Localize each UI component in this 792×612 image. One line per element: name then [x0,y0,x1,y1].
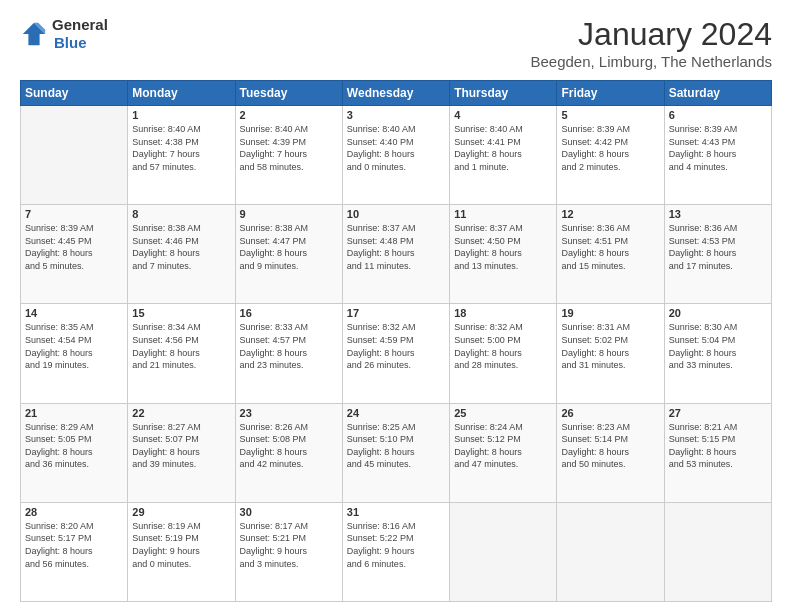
header-friday: Friday [557,81,664,106]
day-number: 10 [347,208,445,220]
day-info: Sunrise: 8:40 AM Sunset: 4:40 PM Dayligh… [347,123,445,173]
svg-marker-0 [23,23,45,45]
day-info: Sunrise: 8:24 AM Sunset: 5:12 PM Dayligh… [454,421,552,471]
calendar-week-1: 1Sunrise: 8:40 AM Sunset: 4:38 PM Daylig… [21,106,772,205]
calendar-cell: 15Sunrise: 8:34 AM Sunset: 4:56 PM Dayli… [128,304,235,403]
calendar-cell [664,502,771,601]
day-info: Sunrise: 8:32 AM Sunset: 5:00 PM Dayligh… [454,321,552,371]
calendar-cell: 23Sunrise: 8:26 AM Sunset: 5:08 PM Dayli… [235,403,342,502]
day-info: Sunrise: 8:34 AM Sunset: 4:56 PM Dayligh… [132,321,230,371]
weekday-header-row: Sunday Monday Tuesday Wednesday Thursday… [21,81,772,106]
calendar-cell: 14Sunrise: 8:35 AM Sunset: 4:54 PM Dayli… [21,304,128,403]
calendar-cell: 4Sunrise: 8:40 AM Sunset: 4:41 PM Daylig… [450,106,557,205]
day-info: Sunrise: 8:30 AM Sunset: 5:04 PM Dayligh… [669,321,767,371]
day-number: 27 [669,407,767,419]
logo: General Blue [20,16,108,52]
calendar-cell: 12Sunrise: 8:36 AM Sunset: 4:51 PM Dayli… [557,205,664,304]
calendar-cell: 17Sunrise: 8:32 AM Sunset: 4:59 PM Dayli… [342,304,449,403]
month-title: January 2024 [530,16,772,53]
day-info: Sunrise: 8:23 AM Sunset: 5:14 PM Dayligh… [561,421,659,471]
day-info: Sunrise: 8:35 AM Sunset: 4:54 PM Dayligh… [25,321,123,371]
day-info: Sunrise: 8:33 AM Sunset: 4:57 PM Dayligh… [240,321,338,371]
day-number: 9 [240,208,338,220]
calendar-cell: 2Sunrise: 8:40 AM Sunset: 4:39 PM Daylig… [235,106,342,205]
calendar-cell: 25Sunrise: 8:24 AM Sunset: 5:12 PM Dayli… [450,403,557,502]
day-number: 16 [240,307,338,319]
calendar-cell: 8Sunrise: 8:38 AM Sunset: 4:46 PM Daylig… [128,205,235,304]
day-info: Sunrise: 8:39 AM Sunset: 4:43 PM Dayligh… [669,123,767,173]
day-info: Sunrise: 8:16 AM Sunset: 5:22 PM Dayligh… [347,520,445,570]
calendar-table: Sunday Monday Tuesday Wednesday Thursday… [20,80,772,602]
calendar-cell: 9Sunrise: 8:38 AM Sunset: 4:47 PM Daylig… [235,205,342,304]
day-number: 28 [25,506,123,518]
day-number: 19 [561,307,659,319]
day-number: 29 [132,506,230,518]
day-number: 8 [132,208,230,220]
day-number: 20 [669,307,767,319]
header: General Blue January 2024 Beegden, Limbu… [20,16,772,70]
logo-general: General [52,16,108,33]
calendar-cell: 26Sunrise: 8:23 AM Sunset: 5:14 PM Dayli… [557,403,664,502]
day-info: Sunrise: 8:40 AM Sunset: 4:41 PM Dayligh… [454,123,552,173]
day-number: 23 [240,407,338,419]
day-number: 3 [347,109,445,121]
day-info: Sunrise: 8:38 AM Sunset: 4:47 PM Dayligh… [240,222,338,272]
calendar-week-4: 21Sunrise: 8:29 AM Sunset: 5:05 PM Dayli… [21,403,772,502]
day-info: Sunrise: 8:40 AM Sunset: 4:38 PM Dayligh… [132,123,230,173]
calendar-cell: 1Sunrise: 8:40 AM Sunset: 4:38 PM Daylig… [128,106,235,205]
calendar-cell: 7Sunrise: 8:39 AM Sunset: 4:45 PM Daylig… [21,205,128,304]
calendar-cell: 5Sunrise: 8:39 AM Sunset: 4:42 PM Daylig… [557,106,664,205]
day-number: 30 [240,506,338,518]
calendar-cell: 27Sunrise: 8:21 AM Sunset: 5:15 PM Dayli… [664,403,771,502]
day-number: 5 [561,109,659,121]
day-info: Sunrise: 8:39 AM Sunset: 4:42 PM Dayligh… [561,123,659,173]
day-info: Sunrise: 8:29 AM Sunset: 5:05 PM Dayligh… [25,421,123,471]
calendar-cell: 30Sunrise: 8:17 AM Sunset: 5:21 PM Dayli… [235,502,342,601]
calendar-cell: 13Sunrise: 8:36 AM Sunset: 4:53 PM Dayli… [664,205,771,304]
header-sunday: Sunday [21,81,128,106]
calendar-cell: 31Sunrise: 8:16 AM Sunset: 5:22 PM Dayli… [342,502,449,601]
day-info: Sunrise: 8:37 AM Sunset: 4:50 PM Dayligh… [454,222,552,272]
day-number: 7 [25,208,123,220]
day-info: Sunrise: 8:25 AM Sunset: 5:10 PM Dayligh… [347,421,445,471]
logo-text: General Blue [52,16,108,52]
calendar-cell: 10Sunrise: 8:37 AM Sunset: 4:48 PM Dayli… [342,205,449,304]
calendar-cell: 29Sunrise: 8:19 AM Sunset: 5:19 PM Dayli… [128,502,235,601]
calendar-cell [450,502,557,601]
day-info: Sunrise: 8:37 AM Sunset: 4:48 PM Dayligh… [347,222,445,272]
day-number: 22 [132,407,230,419]
calendar-cell: 28Sunrise: 8:20 AM Sunset: 5:17 PM Dayli… [21,502,128,601]
calendar-cell: 16Sunrise: 8:33 AM Sunset: 4:57 PM Dayli… [235,304,342,403]
day-info: Sunrise: 8:36 AM Sunset: 4:51 PM Dayligh… [561,222,659,272]
day-info: Sunrise: 8:26 AM Sunset: 5:08 PM Dayligh… [240,421,338,471]
calendar-cell: 18Sunrise: 8:32 AM Sunset: 5:00 PM Dayli… [450,304,557,403]
title-block: January 2024 Beegden, Limburg, The Nethe… [530,16,772,70]
day-info: Sunrise: 8:32 AM Sunset: 4:59 PM Dayligh… [347,321,445,371]
day-number: 2 [240,109,338,121]
day-info: Sunrise: 8:38 AM Sunset: 4:46 PM Dayligh… [132,222,230,272]
day-number: 17 [347,307,445,319]
header-saturday: Saturday [664,81,771,106]
day-number: 31 [347,506,445,518]
day-info: Sunrise: 8:40 AM Sunset: 4:39 PM Dayligh… [240,123,338,173]
day-number: 14 [25,307,123,319]
calendar-cell: 24Sunrise: 8:25 AM Sunset: 5:10 PM Dayli… [342,403,449,502]
calendar-week-3: 14Sunrise: 8:35 AM Sunset: 4:54 PM Dayli… [21,304,772,403]
day-number: 4 [454,109,552,121]
page: General Blue January 2024 Beegden, Limbu… [0,0,792,612]
header-tuesday: Tuesday [235,81,342,106]
day-number: 26 [561,407,659,419]
calendar-cell: 11Sunrise: 8:37 AM Sunset: 4:50 PM Dayli… [450,205,557,304]
day-number: 13 [669,208,767,220]
calendar-cell: 22Sunrise: 8:27 AM Sunset: 5:07 PM Dayli… [128,403,235,502]
calendar-cell [557,502,664,601]
logo-icon [20,20,48,48]
day-number: 15 [132,307,230,319]
day-number: 12 [561,208,659,220]
day-info: Sunrise: 8:36 AM Sunset: 4:53 PM Dayligh… [669,222,767,272]
day-info: Sunrise: 8:21 AM Sunset: 5:15 PM Dayligh… [669,421,767,471]
day-number: 11 [454,208,552,220]
calendar-cell: 19Sunrise: 8:31 AM Sunset: 5:02 PM Dayli… [557,304,664,403]
day-number: 21 [25,407,123,419]
day-info: Sunrise: 8:27 AM Sunset: 5:07 PM Dayligh… [132,421,230,471]
